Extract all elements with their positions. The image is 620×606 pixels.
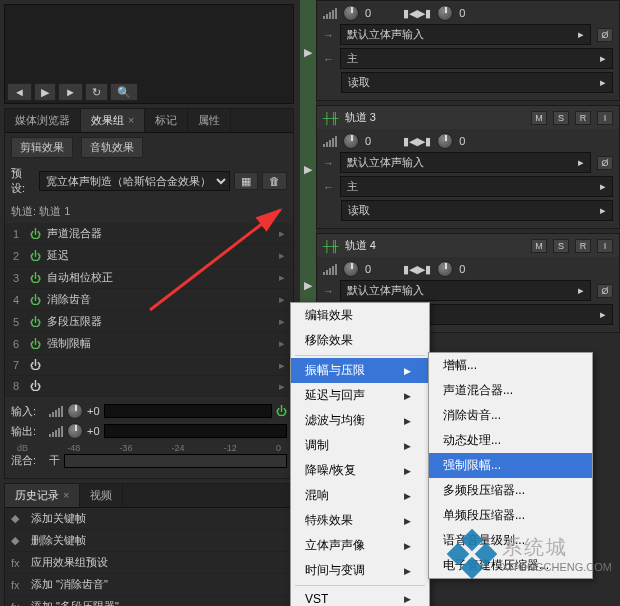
chevron-right-icon[interactable]: ▸ — [275, 359, 289, 372]
track-play-strip[interactable]: ▶ — [300, 0, 316, 105]
fx-row[interactable]: 5⏻多段压限器▸ — [5, 311, 293, 333]
submenu-amplify[interactable]: 增幅... — [429, 353, 592, 378]
play-button[interactable]: ▶ — [34, 83, 56, 101]
power-icon[interactable]: ⏻ — [27, 315, 43, 329]
power-icon[interactable]: ⏻ — [27, 358, 43, 372]
pan-knob[interactable] — [437, 133, 453, 149]
preset-delete-button[interactable]: 🗑 — [262, 172, 287, 190]
input-dropdown[interactable]: 默认立体声输入▸ — [340, 152, 591, 173]
phase-button[interactable]: Ø — [597, 28, 613, 42]
fx-row[interactable]: 4⏻消除齿音▸ — [5, 289, 293, 311]
history-item[interactable]: fx添加 "多段压限器" — [5, 596, 293, 606]
fx-row[interactable]: 8⏻▸ — [5, 376, 293, 397]
automation-dropdown[interactable]: 读取▸ — [341, 72, 613, 93]
input-gain-knob[interactable] — [67, 403, 83, 419]
output-dropdown[interactable]: 主▸ — [340, 176, 613, 197]
history-item[interactable]: ◆添加关键帧 — [5, 508, 293, 530]
chevron-right-icon[interactable]: ▸ — [275, 315, 289, 328]
subtab-track-fx[interactable]: 音轨效果 — [81, 137, 143, 158]
submenu-dynamics[interactable]: 动态处理... — [429, 428, 592, 453]
preset-select[interactable]: 宽立体声制造（哈斯铝合金效果） — [39, 171, 230, 191]
phase-button[interactable]: Ø — [597, 284, 613, 298]
menu-time-pitch[interactable]: 时间与变调▶ — [291, 558, 429, 583]
tab-video[interactable]: 视频 — [80, 484, 123, 507]
volume-knob[interactable] — [343, 5, 359, 21]
history-item[interactable]: fx添加 "消除齿音" — [5, 574, 293, 596]
phase-button[interactable]: Ø — [597, 156, 613, 170]
power-icon[interactable]: ⏻ — [27, 379, 43, 393]
preset-save-button[interactable]: ▦ — [234, 172, 258, 190]
mix-slider[interactable] — [64, 454, 287, 468]
input-dropdown[interactable]: 默认立体声输入▸ — [340, 24, 591, 45]
pan-knob[interactable] — [437, 5, 453, 21]
solo-button[interactable]: S — [553, 239, 569, 253]
submenu-channel-mixer[interactable]: 声道混合器... — [429, 378, 592, 403]
menu-amplitude[interactable]: 振幅与压限▶ — [291, 358, 429, 383]
record-button[interactable]: R — [575, 111, 591, 125]
tab-marker[interactable]: 标记 — [145, 109, 188, 132]
track-name[interactable]: 轨道 3 — [345, 110, 525, 125]
tab-history[interactable]: 历史记录× — [5, 484, 80, 507]
subtab-clip-fx[interactable]: 剪辑效果 — [11, 137, 73, 158]
power-icon[interactable]: ⏻ — [27, 293, 43, 307]
submenu-hard-limiter[interactable]: 强制限幅... — [429, 453, 592, 478]
mute-button[interactable]: M — [531, 239, 547, 253]
output-gain-knob[interactable] — [67, 423, 83, 439]
mute-button[interactable]: M — [531, 111, 547, 125]
automation-dropdown[interactable]: 读取▸ — [341, 200, 613, 221]
close-icon[interactable]: × — [63, 489, 69, 501]
submenu-deesser[interactable]: 消除齿音... — [429, 403, 592, 428]
menu-noise-reduction[interactable]: 降噪/恢复▶ — [291, 458, 429, 483]
track-name[interactable]: 轨道 4 — [345, 238, 525, 253]
next-button[interactable]: ► — [58, 83, 83, 101]
menu-edit-effect[interactable]: 编辑效果 — [291, 303, 429, 328]
output-dropdown[interactable]: 主▸ — [340, 48, 613, 69]
menu-remove-effect[interactable]: 移除效果 — [291, 328, 429, 353]
history-item[interactable]: ◆删除关键帧 — [5, 530, 293, 552]
fx-row[interactable]: 6⏻强制限幅▸ — [5, 333, 293, 355]
volume-knob[interactable] — [343, 261, 359, 277]
submenu-singleband-compressor[interactable]: 单频段压缩器... — [429, 503, 592, 528]
fx-row[interactable]: 2⏻延迟▸ — [5, 245, 293, 267]
menu-modulation[interactable]: 调制▶ — [291, 433, 429, 458]
menu-stereo-imagery[interactable]: 立体声声像▶ — [291, 533, 429, 558]
menu-delay-echo[interactable]: 延迟与回声▶ — [291, 383, 429, 408]
fx-row[interactable]: 7⏻▸ — [5, 355, 293, 376]
prev-button[interactable]: ◄ — [7, 83, 32, 101]
power-icon[interactable]: ⏻ — [27, 227, 43, 241]
history-item[interactable]: fx应用效果组预设 — [5, 552, 293, 574]
solo-button[interactable]: S — [553, 111, 569, 125]
menu-reverb[interactable]: 混响▶ — [291, 483, 429, 508]
chevron-right-icon[interactable]: ▸ — [275, 337, 289, 350]
input-monitor-button[interactable]: I — [597, 111, 613, 125]
loop-button[interactable]: ↻ — [85, 83, 108, 101]
volume-value: 0 — [365, 263, 371, 275]
chevron-right-icon[interactable]: ▸ — [275, 249, 289, 262]
context-menu[interactable]: 编辑效果 移除效果 振幅与压限▶ 延迟与回声▶ 滤波与均衡▶ 调制▶ 降噪/恢复… — [290, 302, 430, 606]
chevron-right-icon[interactable]: ▸ — [275, 271, 289, 284]
power-icon[interactable]: ⏻ — [276, 405, 287, 417]
menu-special[interactable]: 特殊效果▶ — [291, 508, 429, 533]
volume-knob[interactable] — [343, 133, 359, 149]
zoom-button[interactable]: 🔍 — [110, 83, 138, 101]
record-button[interactable]: R — [575, 239, 591, 253]
chevron-right-icon[interactable]: ▸ — [275, 293, 289, 306]
power-icon[interactable]: ⏻ — [27, 271, 43, 285]
fx-row[interactable]: 1⏻声道混合器▸ — [5, 223, 293, 245]
tab-fx-group[interactable]: 效果组× — [81, 109, 145, 132]
tab-properties[interactable]: 属性 — [188, 109, 231, 132]
power-icon[interactable]: ⏻ — [27, 337, 43, 351]
track-play-strip[interactable]: ▶ — [300, 105, 316, 233]
chevron-right-icon[interactable]: ▸ — [275, 227, 289, 240]
power-icon[interactable]: ⏻ — [27, 249, 43, 263]
tab-media-browser[interactable]: 媒体浏览器 — [5, 109, 81, 132]
input-monitor-button[interactable]: I — [597, 239, 613, 253]
close-icon[interactable]: × — [128, 114, 134, 126]
menu-filter-eq[interactable]: 滤波与均衡▶ — [291, 408, 429, 433]
submenu-multiband-compressor[interactable]: 多频段压缩器... — [429, 478, 592, 503]
input-dropdown[interactable]: 默认立体声输入▸ — [340, 280, 591, 301]
fx-row[interactable]: 3⏻自动相位校正▸ — [5, 267, 293, 289]
chevron-right-icon[interactable]: ▸ — [275, 380, 289, 393]
menu-vst[interactable]: VST▶ — [291, 588, 429, 606]
pan-knob[interactable] — [437, 261, 453, 277]
